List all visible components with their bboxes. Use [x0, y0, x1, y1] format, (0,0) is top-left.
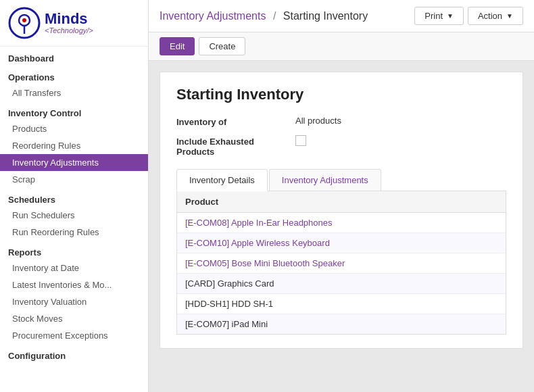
sidebar-item-inventory-adjustments[interactable]: Inventory Adjustments [0, 154, 148, 171]
page-title: Starting Inventory [176, 86, 506, 103]
breadcrumb: Inventory Adjustments / Starting Invento… [160, 10, 368, 22]
table-row: [E-COM10] Apple Wireless Keyboard [177, 233, 506, 253]
sidebar-item-run-schedulers[interactable]: Run Schedulers [0, 207, 148, 224]
product-table: Product [E-COM08] Apple In-Ear Headphone… [176, 191, 506, 335]
logo-text-area: Minds <Technology/> [45, 11, 93, 34]
toolbar: Edit Create [149, 32, 534, 61]
action-label: Action [478, 11, 502, 21]
product-link[interactable]: [E-COM10] Apple Wireless Keyboard [185, 238, 330, 248]
print-label: Print [424, 11, 443, 21]
breadcrumb-parent[interactable]: Inventory Adjustments [160, 10, 266, 22]
content-card: Starting Inventory Inventory of All prod… [160, 72, 523, 349]
table-row: [E-COM08] Apple In-Ear Headphones [177, 213, 506, 233]
include-exhausted-checkbox[interactable] [295, 135, 306, 148]
table-row: [CARD] Graphics Card [177, 274, 506, 294]
sidebar-item-products[interactable]: Products [0, 120, 148, 137]
inventory-of-value: All products [295, 116, 341, 126]
sidebar-item-reordering-rules[interactable]: Reordering Rules [0, 137, 148, 154]
include-exhausted-label: Include ExhaustedProducts [176, 135, 285, 157]
action-chevron-icon: ▼ [506, 12, 513, 20]
logo-minds-text: Minds [45, 11, 93, 26]
header-actions: Print ▼ Action ▼ [414, 7, 523, 25]
print-button[interactable]: Print ▼ [414, 7, 464, 25]
sidebar-item-all-transfers[interactable]: All Transfers [0, 84, 148, 101]
sidebar-item-inventory-valuation[interactable]: Inventory Valuation [0, 293, 148, 310]
print-chevron-icon: ▼ [447, 12, 454, 20]
sidebar-section-schedulers: Schedulers [0, 188, 148, 207]
sidebar-section-reports: Reports [0, 241, 148, 260]
logo-icon [8, 7, 41, 39]
breadcrumb-separator: / [273, 10, 276, 22]
inventory-of-row: Inventory of All products [176, 116, 506, 127]
logo-area: Minds <Technology/> [0, 0, 148, 47]
sidebar-item-latest-inventories[interactable]: Latest Inventories & Mo... [0, 276, 148, 293]
product-text: [HDD-SH1] HDD SH-1 [185, 299, 273, 309]
sidebar-section-inventory-control: Inventory Control [0, 101, 148, 120]
sidebar-item-run-reordering-rules[interactable]: Run Reordering Rules [0, 224, 148, 241]
breadcrumb-current: Starting Inventory [283, 10, 368, 22]
sidebar-section-operations: Operations [0, 66, 148, 84]
inventory-of-label: Inventory of [176, 116, 285, 127]
table-row: [HDD-SH1] HDD SH-1 [177, 294, 506, 314]
product-link[interactable]: [E-COM08] Apple In-Ear Headphones [185, 218, 333, 228]
sidebar: Minds <Technology/> Dashboard Operations… [0, 0, 149, 392]
sidebar-item-inventory-at-date[interactable]: Inventory at Date [0, 260, 148, 276]
content-area: Starting Inventory Inventory of All prod… [149, 61, 534, 392]
tab-inventory-details[interactable]: Inventory Details [176, 169, 268, 191]
top-header: Inventory Adjustments / Starting Invento… [149, 0, 534, 32]
tabs-container: Inventory Details Inventory Adjustments [176, 169, 506, 191]
sidebar-section-dashboard: Dashboard [0, 47, 148, 66]
sidebar-item-procurement-exceptions[interactable]: Procurement Exceptions [0, 327, 148, 344]
product-text: [CARD] Graphics Card [185, 278, 274, 289]
action-button[interactable]: Action ▼ [468, 7, 523, 25]
sidebar-section-configuration: Configuration [0, 344, 148, 363]
tab-inventory-adjustments[interactable]: Inventory Adjustments [269, 169, 381, 191]
product-text: [E-COM07] iPad Mini [185, 319, 268, 329]
table-row: [E-COM05] Bose Mini Bluetooth Speaker [177, 253, 506, 274]
main-content: Inventory Adjustments / Starting Invento… [149, 0, 534, 392]
checkbox-icon[interactable] [295, 135, 306, 146]
sidebar-item-stock-moves[interactable]: Stock Moves [0, 310, 148, 327]
product-link[interactable]: [E-COM05] Bose Mini Bluetooth Speaker [185, 258, 345, 268]
svg-point-2 [22, 18, 26, 22]
sidebar-item-scrap[interactable]: Scrap [0, 171, 148, 188]
include-exhausted-row: Include ExhaustedProducts [176, 135, 506, 157]
logo-tech-text: <Technology/> [45, 26, 93, 34]
edit-button[interactable]: Edit [160, 37, 195, 55]
table-row: [E-COM07] iPad Mini [177, 314, 506, 334]
table-header-product: Product [177, 191, 506, 213]
create-button[interactable]: Create [199, 37, 245, 55]
